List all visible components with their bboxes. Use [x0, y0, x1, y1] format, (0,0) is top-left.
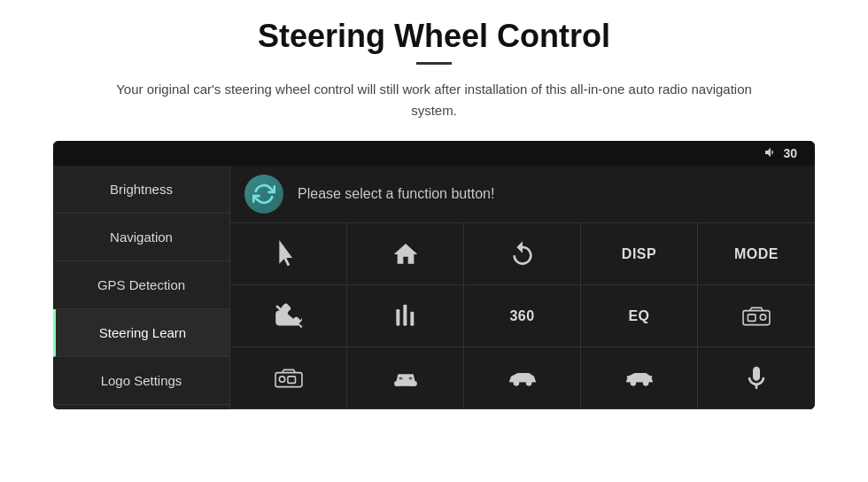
- title-divider: [416, 62, 452, 65]
- 360-label: 360: [509, 308, 534, 324]
- grid-cell-car-front[interactable]: [347, 347, 464, 409]
- disp-label: DISP: [622, 246, 656, 262]
- content-area: Please select a function button!: [230, 166, 815, 409]
- svg-rect-4: [748, 314, 756, 320]
- status-bar: 30: [53, 141, 815, 166]
- subtitle: Your original car's steering wheel contr…: [115, 79, 753, 121]
- refresh-button[interactable]: [244, 175, 283, 214]
- grid-cell-mic[interactable]: [698, 347, 815, 409]
- svg-rect-10: [399, 377, 403, 380]
- grid-cell-back[interactable]: [464, 223, 581, 285]
- svg-rect-0: [396, 309, 399, 326]
- grid-cell-no-call[interactable]: [230, 285, 347, 347]
- svg-rect-7: [287, 376, 295, 382]
- svg-rect-2: [410, 311, 414, 325]
- grid-cell-car-rear[interactable]: [581, 347, 698, 409]
- top-bar: Please select a function button!: [230, 166, 815, 223]
- svg-rect-11: [408, 377, 413, 380]
- main-area: Brightness Navigation GPS Detection Stee…: [53, 166, 815, 409]
- grid-cell-car-side[interactable]: [464, 347, 581, 409]
- volume-icon: [763, 145, 778, 162]
- grid-cell-cursor[interactable]: [230, 223, 347, 285]
- mode-label: MODE: [734, 246, 779, 262]
- eq-label: EQ: [628, 308, 649, 324]
- svg-rect-9: [395, 382, 416, 385]
- volume-number: 30: [783, 146, 797, 160]
- grid-cell-eq-text[interactable]: EQ: [581, 285, 698, 347]
- prompt-text: Please select a function button!: [298, 186, 494, 202]
- sidebar-item-gps-detection[interactable]: GPS Detection: [53, 261, 229, 309]
- svg-point-8: [279, 376, 284, 381]
- sidebar-item-logo-settings[interactable]: Logo Settings: [53, 357, 229, 405]
- grid-cell-home[interactable]: [347, 223, 464, 285]
- radio-panel: 30 Brightness Navigation GPS Detection S…: [53, 141, 815, 409]
- svg-rect-1: [403, 304, 407, 325]
- sidebar-item-steering-learn[interactable]: Steering Learn: [53, 309, 229, 357]
- page-title: Steering Wheel Control: [258, 18, 610, 55]
- grid-cell-camera1[interactable]: [698, 285, 815, 347]
- grid-cell-360[interactable]: 360: [464, 285, 581, 347]
- sidebar-item-brightness[interactable]: Brightness: [53, 166, 229, 214]
- grid-cell-eq-bars[interactable]: [347, 285, 464, 347]
- button-grid: DISP MODE: [230, 223, 815, 409]
- svg-point-5: [760, 314, 765, 319]
- sidebar-item-navigation[interactable]: Navigation: [53, 214, 229, 261]
- grid-cell-camera2[interactable]: [230, 347, 347, 409]
- grid-cell-disp[interactable]: DISP: [581, 223, 698, 285]
- sidebar: Brightness Navigation GPS Detection Stee…: [53, 166, 230, 409]
- grid-cell-mode[interactable]: MODE: [698, 223, 815, 285]
